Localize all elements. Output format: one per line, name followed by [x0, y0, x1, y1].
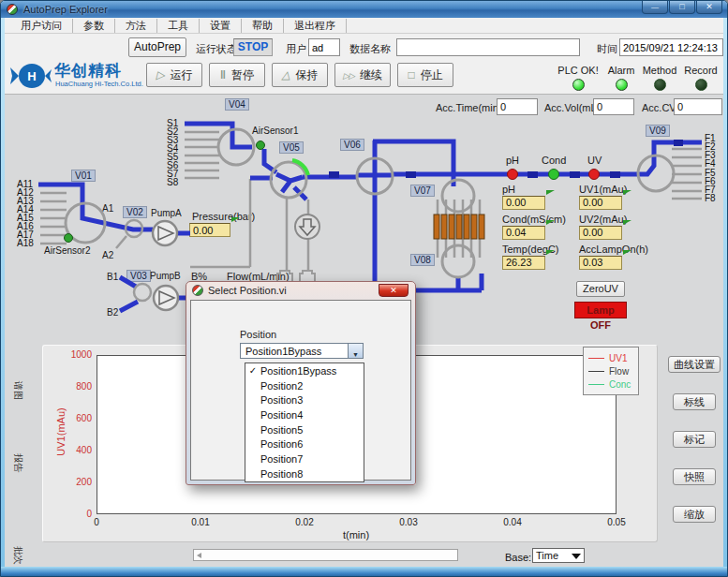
dialog-close-icon[interactable] — [379, 284, 409, 297]
dialog-title-bar: Select Position.vi — [192, 285, 287, 296]
ph-sensor-dot — [508, 170, 518, 180]
uv-sensor-dot — [589, 170, 600, 180]
position-option-label: Position8 — [260, 468, 303, 480]
position-option[interactable]: Position5 — [245, 422, 364, 437]
column-packing — [434, 215, 484, 239]
chart-legend: UV1 Flow Conc — [583, 347, 639, 395]
dialog-body: Position Position1Bypass Position1Bypass… — [190, 300, 411, 481]
position-option-label: Position5 — [260, 424, 303, 436]
position-option-label: Position3 — [260, 394, 303, 406]
position-option[interactable]: Position7 — [245, 451, 364, 466]
position-option[interactable]: Position2 — [245, 378, 364, 393]
position-option[interactable]: Position1Bypass — [245, 363, 364, 378]
valve-v08[interactable] — [442, 245, 474, 277]
app-window: AutoPrep Explorer 用户访问参数方法工具设置帮助退出程序 Aut… — [0, 0, 728, 577]
position-option[interactable]: Position6 — [245, 436, 364, 451]
dialog-title: Select Position.vi — [208, 285, 287, 296]
legend-line-icon — [588, 384, 604, 385]
legend-line-icon — [588, 358, 604, 359]
position-combobox[interactable]: Position1Bypass — [240, 343, 364, 359]
pump-a[interactable] — [153, 221, 177, 245]
legend-label: Flow — [609, 366, 629, 377]
check-icon — [245, 365, 260, 376]
air-sensor2-indicator — [65, 234, 73, 243]
vi-icon — [192, 285, 203, 296]
valve-v03[interactable] — [134, 284, 151, 301]
position-option-label: Position2 — [260, 380, 303, 392]
position-option-label: Position4 — [260, 409, 303, 421]
chevron-down-icon[interactable] — [348, 344, 363, 358]
legend-item-flow: Flow — [588, 364, 633, 377]
pump-b[interactable] — [154, 286, 178, 310]
valve-v07[interactable] — [442, 180, 474, 212]
position-combobox-value: Position1Bypass — [245, 345, 321, 358]
position-option[interactable]: Position8 — [245, 466, 364, 481]
legend-item-conc: Conc — [588, 377, 633, 391]
position-dropdown-list: Position1Bypass Position2 Position3 Posi… — [245, 362, 364, 482]
legend-item-uv1: UV1 — [588, 351, 633, 364]
legend-line-icon — [588, 371, 604, 372]
position-option-label: Position6 — [260, 438, 303, 450]
position-option[interactable]: Position3 — [245, 392, 364, 407]
cond-sensor-dot — [549, 170, 559, 180]
position-field-label: Position — [240, 329, 276, 340]
select-position-dialog: Select Position.vi Position Position1Byp… — [186, 281, 416, 485]
injector-valve[interactable] — [295, 215, 319, 239]
gray-pipes — [40, 132, 702, 285]
position-option-label: Position1Bypass — [260, 365, 336, 377]
legend-label: Conc — [609, 379, 631, 390]
position-option-label: Position7 — [260, 453, 303, 465]
position-option[interactable]: Position4 — [245, 407, 364, 422]
air-sensor1-indicator — [257, 141, 265, 150]
legend-label: UV1 — [609, 353, 627, 363]
